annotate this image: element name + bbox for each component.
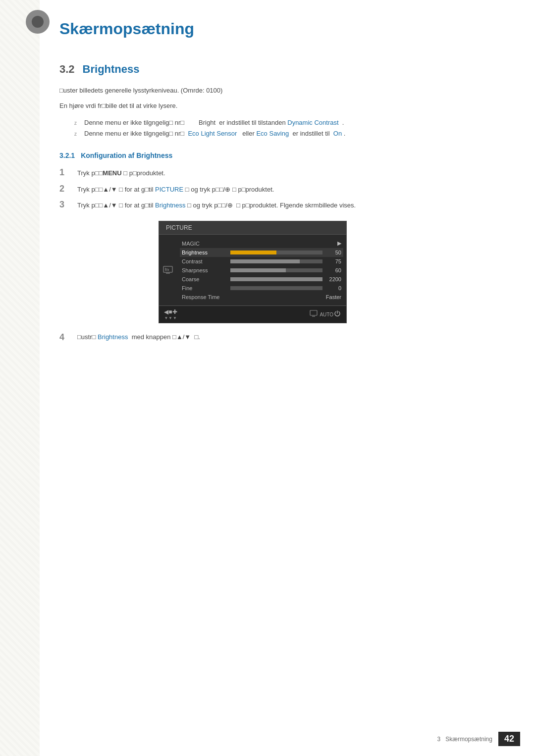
footer-page-number: 42 xyxy=(498,732,520,746)
coarse-bar xyxy=(230,277,322,281)
step-4-num: 4 xyxy=(59,332,69,343)
subsection-number: 3.2.1 xyxy=(59,151,75,159)
step-4: 4 □ustr□ Brightness med knappen □▲/▼ □. xyxy=(59,333,505,343)
menu-items: MAGIC ▶ Brightness 50 xyxy=(177,239,346,302)
svg-rect-3 xyxy=(168,269,169,271)
menu-item-magic: MAGIC ▶ xyxy=(180,239,343,248)
menu-btn-minus: ■ ▼ xyxy=(168,308,172,320)
bullet-list: Denne menu er ikke tilgngelig□ nr□ Brigh… xyxy=(74,117,505,139)
chapter-icon-inner xyxy=(32,16,44,28)
section-desc2: En hjøre vrdi fr□bille det til at virke … xyxy=(59,101,505,111)
menu-footer-monitor-icon xyxy=(310,310,320,319)
page-container: Skærmopsætning 3.2 Brightness □uster bil… xyxy=(0,0,535,756)
svg-rect-1 xyxy=(165,268,166,271)
menu-item-sharpness: Sharpness 60 xyxy=(180,266,343,275)
brightness-bar xyxy=(230,251,322,254)
content-area: Skærmopsætning 3.2 Brightness □uster bil… xyxy=(40,0,535,378)
highlight-on: On xyxy=(333,130,342,137)
menu-item-contrast: Contrast 75 xyxy=(180,257,343,266)
page-title: Skærmopsætning xyxy=(59,15,505,38)
section-desc1: □uster billedets generelle lysstyrkenive… xyxy=(59,86,505,96)
footer-chapter-label: 3 Skærmopsætning xyxy=(437,736,492,743)
bullet-item-2: Denne menu er ikke tilgngelig□ nr□ Eco L… xyxy=(74,128,505,139)
steps-list: 1 Tryk p□□MENU □ p□produktet. 2 Tryk p□□… xyxy=(59,168,505,211)
step-1-num: 1 xyxy=(59,167,69,178)
menu-item-fine: Fine 0 xyxy=(180,284,343,293)
menu-body: MAGIC ▶ Brightness 50 xyxy=(159,235,346,305)
step-2: 2 Tryk p□□▲/▼ □ for at g□til PICTURE □ o… xyxy=(59,185,505,195)
step4-brightness-highlight: Brightness xyxy=(98,333,128,341)
highlight-eco-saving: Eco Saving xyxy=(256,130,289,137)
menu-item-brightness: Brightness 50 xyxy=(180,248,343,257)
highlight-eco-light-sensor: Eco Light Sensor xyxy=(188,130,237,137)
fine-bar xyxy=(230,286,322,290)
menu-item-coarse: Coarse 2200 xyxy=(180,275,343,284)
step-2-num: 2 xyxy=(59,184,69,194)
svg-rect-2 xyxy=(166,268,167,271)
menu-footer: ◀ ▼ ■ ▼ ✚ ▼ xyxy=(159,305,346,323)
decorative-stripe xyxy=(0,0,40,756)
menu-left-icon xyxy=(159,239,177,302)
subsection-title: Konfiguration af Brightness xyxy=(81,151,172,159)
step-3-num: 3 xyxy=(59,200,69,210)
monitor-menu-container: PICTURE xyxy=(159,221,347,323)
step-1: 1 Tryk p□□MENU □ p□produktet. xyxy=(59,168,505,179)
page-footer: 3 Skærmopsætning 42 xyxy=(437,732,520,746)
bullet-item-1: Denne menu er ikke tilgngelig□ nr□ Brigh… xyxy=(74,117,505,128)
section-heading: 3.2 Brightness xyxy=(59,63,505,76)
menu-power-icon xyxy=(333,310,341,319)
step-1-text: Tryk p□□MENU □ p□produktet. xyxy=(77,168,165,179)
section-number: 3.2 xyxy=(59,63,75,76)
step-3: 3 Tryk p□□▲/▼ □ for at g□til Brightness … xyxy=(59,201,505,211)
highlight-dynamic-contrast: Dynamic Contrast xyxy=(287,119,338,126)
chapter-icon xyxy=(26,10,50,34)
monitor-menu: PICTURE xyxy=(159,221,347,323)
step-4-text: □ustr□ Brightness med knappen □▲/▼ □. xyxy=(77,333,200,341)
menu-btn-plus: ✚ ▼ xyxy=(172,308,177,320)
svg-rect-5 xyxy=(310,310,317,315)
menu-auto-label: AUTO xyxy=(320,312,333,317)
menu-item-response-time: Response Time Faster xyxy=(180,293,343,302)
step-2-text: Tryk p□□▲/▼ □ for at g□til PICTURE □ og … xyxy=(77,185,274,195)
sharpness-bar xyxy=(230,268,322,272)
step-3-text: Tryk p□□▲/▼ □ for at g□til Brightness □ … xyxy=(77,201,356,211)
step2-picture-highlight: PICTURE xyxy=(155,186,183,193)
contrast-bar xyxy=(230,259,322,263)
menu-btn-down: ◀ ▼ xyxy=(164,308,168,320)
subsection-heading: 3.2.1 Konfiguration af Brightness xyxy=(59,151,505,159)
section-title: Brightness xyxy=(83,63,140,76)
step3-brightness-highlight: Brightness xyxy=(155,202,185,209)
menu-header: PICTURE xyxy=(159,221,346,235)
